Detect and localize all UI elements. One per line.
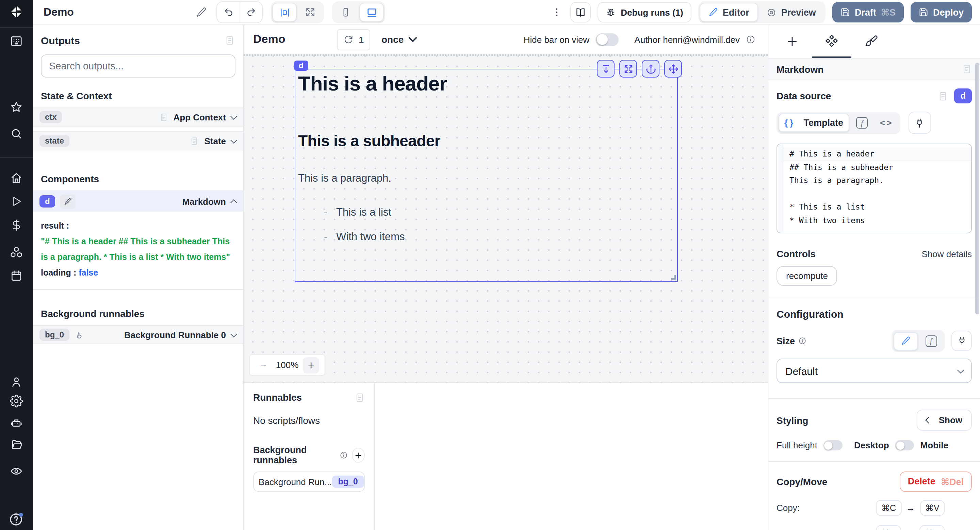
centered-layout-button[interactable] <box>272 3 297 22</box>
sidebar-item-resources[interactable] <box>10 246 23 259</box>
chevron-down-icon[interactable] <box>231 113 237 119</box>
code-line[interactable]: * This is a list <box>777 201 971 214</box>
size-select[interactable]: Default <box>776 359 972 383</box>
bg-runnable-row[interactable]: bg_0 Background Runnable 0 <box>33 325 243 344</box>
code-line[interactable] <box>777 187 971 201</box>
frequency-dropdown[interactable]: once <box>382 34 416 45</box>
fullwidth-layout-button[interactable] <box>298 3 323 22</box>
desktop-toggle[interactable] <box>895 440 914 451</box>
sidebar-item-search[interactable] <box>10 127 23 140</box>
expand-down-button[interactable] <box>597 60 614 78</box>
delete-button[interactable]: Delete ⌘Del <box>900 471 972 492</box>
show-styling-button[interactable]: Show <box>917 409 972 431</box>
sidebar-item-runs[interactable] <box>10 195 22 208</box>
sidebar-item-apps[interactable] <box>10 35 23 48</box>
size-mode-static[interactable] <box>893 332 918 350</box>
desktop-view-button[interactable] <box>360 3 384 22</box>
docs-button[interactable] <box>570 2 591 22</box>
tab-insert-component[interactable] <box>772 25 812 58</box>
tab-editor[interactable]: Editor <box>700 3 758 22</box>
code-line[interactable]: This is a paragraph. <box>777 174 971 187</box>
author-label: Author henri@windmill.dev <box>634 34 740 44</box>
code-line[interactable]: * With two items <box>777 214 971 227</box>
dollar-icon <box>10 219 22 231</box>
outputs-title: Outputs <box>41 35 80 46</box>
app-title: Demo <box>43 6 74 18</box>
search-input[interactable] <box>41 54 235 78</box>
braces-icon: { } <box>784 118 794 128</box>
more-menu-button[interactable] <box>550 7 563 18</box>
sidebar-item-folders[interactable] <box>10 438 23 451</box>
zoom-in-button[interactable]: + <box>303 357 319 373</box>
mode-function[interactable]: f <box>851 114 873 132</box>
controls-title: Controls <box>776 248 816 259</box>
show-details-link[interactable]: Show details <box>922 249 972 259</box>
tab-preview[interactable]: Preview <box>758 3 824 22</box>
bg-runnable-item[interactable]: Background Run... bg_0 <box>253 471 365 492</box>
tab-styling[interactable] <box>851 25 891 58</box>
recompute-button[interactable]: recompute <box>776 266 837 286</box>
ctx-row[interactable]: ctx App Context <box>33 108 243 127</box>
size-mode-function[interactable]: f <box>919 332 943 350</box>
kebab-icon <box>551 7 562 18</box>
sidebar-item-schedules[interactable] <box>10 270 23 282</box>
draft-button[interactable]: Draft ⌘S <box>832 2 904 22</box>
state-row[interactable]: state State <box>33 131 243 150</box>
deploy-button[interactable]: Deploy <box>911 2 972 22</box>
component-id-badge[interactable]: d <box>955 89 972 103</box>
doc-icon[interactable] <box>355 392 365 402</box>
code-line[interactable]: # This is a header <box>777 148 971 161</box>
sidebar-item-favorites[interactable] <box>10 101 23 114</box>
add-background-runnable-button[interactable] <box>352 447 365 463</box>
function-icon: f <box>856 117 868 129</box>
chevron-up-icon[interactable] <box>231 199 237 206</box>
edit-component-id-button[interactable] <box>60 194 76 208</box>
tab-component-settings[interactable] <box>812 25 851 58</box>
doc-icon[interactable] <box>224 35 235 46</box>
mode-template[interactable]: { } Template <box>778 114 850 132</box>
refresh-button[interactable]: 1 <box>337 29 370 50</box>
mobile-view-button[interactable] <box>334 3 358 22</box>
sidebar-item-variables[interactable] <box>10 219 22 231</box>
frequency-value: once <box>382 34 404 45</box>
sidebar-item-workers[interactable] <box>10 417 23 430</box>
anchor-button[interactable] <box>642 60 659 78</box>
sidebar-item-settings[interactable] <box>10 395 23 408</box>
zoom-out-button[interactable]: − <box>255 357 272 373</box>
info-icon[interactable] <box>340 451 348 459</box>
sidebar-item-audit[interactable] <box>10 465 23 478</box>
hide-bar-toggle[interactable] <box>595 33 619 46</box>
scrollbar-thumb[interactable] <box>975 63 979 314</box>
code-line[interactable]: ## This is a subheader <box>777 161 971 174</box>
full-height-toggle[interactable] <box>824 440 843 451</box>
fullscreen-button[interactable] <box>619 60 637 78</box>
sidebar-item-users[interactable] <box>10 376 23 389</box>
doc-icon[interactable] <box>938 91 948 101</box>
windmill-logo[interactable] <box>0 0 33 25</box>
app-canvas[interactable]: d This is a header <box>243 54 768 382</box>
markdown-component[interactable]: d This is a header <box>295 69 678 282</box>
template-editor[interactable]: # This is a header ## This is a subheade… <box>776 144 972 233</box>
mode-code[interactable]: <> <box>875 114 898 132</box>
plug-icon <box>914 117 925 128</box>
undo-button[interactable] <box>218 2 240 22</box>
sidebar-item-home[interactable] <box>10 171 23 184</box>
calendar-icon <box>10 270 23 282</box>
bg-runnables-title: Background runnables <box>253 445 337 465</box>
help-button[interactable] <box>8 511 24 527</box>
redo-icon <box>246 7 257 18</box>
redo-button[interactable] <box>240 2 262 22</box>
delete-shortcut: ⌘Del <box>941 476 964 487</box>
info-icon[interactable] <box>746 35 756 44</box>
chevron-down-icon[interactable] <box>231 330 237 337</box>
component-row-d[interactable]: d Markdown <box>33 190 243 212</box>
connect-button[interactable] <box>908 111 931 134</box>
result-value[interactable]: "# This is a header ## This is a subhead… <box>41 234 235 265</box>
debug-runs-button[interactable]: Debug runs (1) <box>598 2 691 22</box>
move-button[interactable] <box>664 60 682 78</box>
connect-button[interactable] <box>951 331 972 351</box>
chevron-down-icon[interactable] <box>231 136 237 143</box>
resize-handle[interactable] <box>671 275 676 279</box>
doc-icon[interactable] <box>962 64 972 74</box>
edit-title-icon[interactable] <box>196 7 207 18</box>
